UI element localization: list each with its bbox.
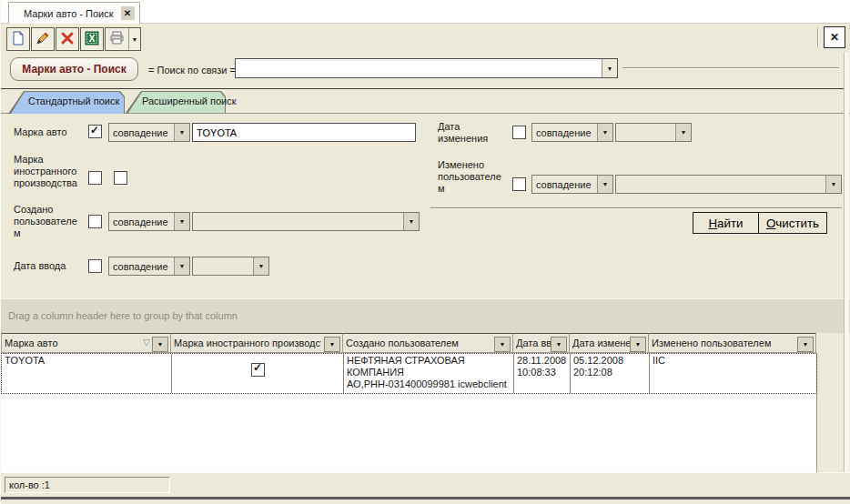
group-by-hint: Drag a column header here to group by th… [8,310,238,321]
relation-search-combo[interactable]: ▼ [235,58,618,78]
edit-pencil-icon [35,31,50,47]
tab-advanced-search[interactable]: Расширенный поиск [126,91,226,113]
record-count-label: кол-во :1 [9,479,50,490]
filter-dropdown-icon[interactable]: ▼ [551,337,567,352]
chevron-down-icon[interactable]: ▼ [403,213,419,230]
document-tab-title: Марки авто - Поиск [24,8,114,19]
chevron-down-icon[interactable]: ▼ [597,124,612,141]
export-excel-button[interactable]: X [80,27,104,51]
row-foreign-checkbox[interactable] [251,363,265,377]
filter-dropdown-icon[interactable]: ▼ [630,337,646,352]
date-modified-value-combo[interactable]: ▼ [615,123,692,142]
column-header-created-by-label: Создано пользователем [346,338,459,348]
column-header-created-by[interactable]: Создано пользователем ▼ [343,333,513,353]
chevron-down-icon[interactable]: ▼ [597,176,612,193]
foreign-brand-value-checkbox[interactable] [114,171,127,185]
svg-text:X: X [89,34,96,44]
row-cell-brand[interactable]: TOYOTA [2,354,172,393]
brand-condition-combo[interactable]: совпадение ▼ [108,123,190,142]
column-header-date-entry-label: Дата вв [516,338,551,348]
created-by-value-combo[interactable]: ▼ [192,212,420,231]
row-cell-created-by[interactable]: НЕФТЯНАЯ СТРАХОВАЯ КОМПАНИЯ АО,РНН-03140… [344,354,514,393]
window-bottom-edge [1,497,850,499]
row-cell-foreign[interactable] [172,354,344,393]
created-by-checkbox[interactable] [88,215,102,228]
clear-button[interactable]: Очистить [758,212,827,234]
column-header-modified-by-label: Изменено пользователем [652,338,771,348]
brand-value-input[interactable] [192,123,416,142]
modified-by-value-combo[interactable]: ▼ [615,175,842,194]
column-header-foreign[interactable]: Марка иностранного производст ▼ [171,333,343,353]
chevron-down-icon[interactable]: ▼ [253,257,268,275]
close-view-button[interactable]: ✕ [824,26,845,48]
date-entry-checkbox[interactable] [88,259,102,273]
tab-standard-search[interactable]: Стандартный поиск [8,91,125,114]
modified-by-condition-combo[interactable]: совпадение ▼ [531,175,613,194]
column-header-date-modified-label: Дата измене [572,338,631,348]
window-right-edge [844,52,849,472]
print-dropdown-arrow[interactable]: ▼ [129,28,140,50]
close-icon: ✕ [830,31,839,44]
relation-search-value [236,59,602,77]
modified-by-checkbox[interactable] [512,177,526,191]
toolbar-separator [817,28,818,47]
chevron-down-icon[interactable]: ▼ [602,59,617,77]
view-title-label: Марки авто - Поиск [22,63,126,76]
find-button[interactable]: Найти [693,212,759,234]
date-modified-condition-value: совпадение [532,124,597,141]
filter-dropdown-icon[interactable]: ▼ [797,337,814,352]
date-modified-checkbox[interactable] [512,126,526,139]
delete-x-icon [60,31,75,47]
status-bar: кол-во :1 [1,472,850,497]
chevron-down-icon[interactable]: ▼ [174,124,189,141]
new-record-icon [11,31,25,47]
find-button-label: Найти [708,217,743,230]
record-count-box: кол-во :1 [5,477,170,493]
new-record-button[interactable] [6,27,30,51]
column-header-modified-by[interactable]: Изменено пользователем ▼ [649,333,816,353]
export-excel-icon: X [85,31,99,47]
column-header-date-modified[interactable]: Дата измене ▼ [570,333,649,353]
header-separator-line [1,88,845,89]
view-title-button[interactable]: Марки авто - Поиск [10,57,138,81]
chevron-down-icon[interactable]: ▼ [675,124,691,141]
date-modified-condition-combo[interactable]: совпадение ▼ [531,123,613,142]
column-header-foreign-label: Марка иностранного производст [174,338,321,348]
foreign-brand-checkbox[interactable] [88,171,102,185]
toolbar: X ▼ ✕ [1,24,850,52]
form-panel-top-border [1,113,850,114]
column-header-date-entry[interactable]: Дата вв ▼ [513,333,570,353]
created-by-value [193,213,403,230]
date-entry-value-combo[interactable]: ▼ [192,257,269,276]
edit-record-button[interactable] [31,27,55,51]
date-entry-condition-combo[interactable]: совпадение ▼ [108,257,190,276]
delete-record-button[interactable] [56,27,79,51]
created-by-label: Создано пользователе м [14,204,77,239]
chevron-down-icon[interactable]: ▼ [825,176,841,193]
clear-button-label: Очистить [766,217,819,230]
brand-condition-value: совпадение [109,124,174,141]
chevron-down-icon[interactable]: ▼ [174,213,189,230]
table-row[interactable]: TOYOTA НЕФТЯНАЯ СТРАХОВАЯ КОМПАНИЯ АО,РН… [1,353,817,394]
print-button[interactable] [106,28,129,50]
tab-standard-label: Стандартный поиск [28,96,119,106]
brand-label: Марка авто [14,126,67,138]
row-cell-date-entry[interactable]: 28.11.2008 10:08:33 [514,354,571,393]
app-window: Марки авто - Поиск ✕ X [0,0,850,504]
created-by-condition-combo[interactable]: совпадение ▼ [108,212,190,231]
tab-close-icon[interactable]: ✕ [121,6,135,20]
group-by-band[interactable]: Drag a column header here to group by th… [1,298,850,333]
filter-dropdown-icon[interactable]: ▼ [324,337,340,352]
date-modified-value [616,124,675,141]
row-cell-modified-by[interactable]: IIC [650,354,816,393]
modified-by-value [616,176,825,193]
chevron-down-icon[interactable]: ▼ [174,257,189,275]
document-tab[interactable]: Марки авто - Поиск ✕ [8,2,140,24]
column-header-brand[interactable]: Марка авто ▽ ▼ [1,333,171,353]
brand-checkbox[interactable] [88,125,102,138]
row-cell-date-modified[interactable]: 05.12.2008 20:12:08 [571,354,650,393]
modified-by-label: Изменено пользователе м [438,159,501,195]
filter-dropdown-icon[interactable]: ▼ [152,337,168,352]
date-entry-label: Дата ввода [14,260,66,272]
filter-dropdown-icon[interactable]: ▼ [494,337,511,352]
